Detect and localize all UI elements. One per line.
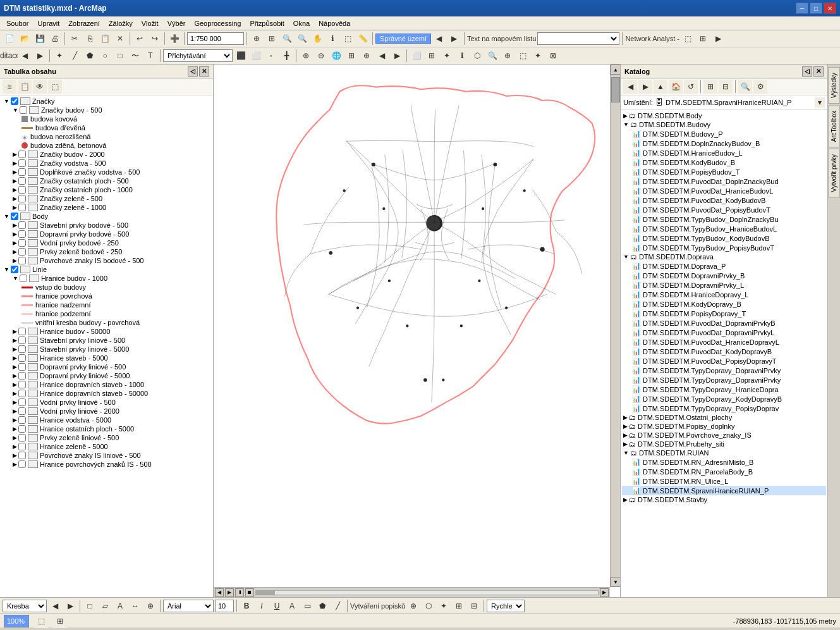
add-data-button[interactable]: ➕ — [167, 32, 181, 46]
catalog-item[interactable]: 📊DTM.SDEDTM.RN_AdresniMisto_B — [622, 457, 826, 467]
catalog-item[interactable]: 📊DTM.SDEDTM.HraniceBudov_L — [622, 148, 826, 158]
scroll-left-button[interactable]: ◀ — [215, 588, 224, 597]
tab-vysledky[interactable]: Výsledky — [828, 67, 840, 104]
menu-okna[interactable]: Okna — [289, 18, 313, 28]
cat-connect-btn[interactable]: ⊞ — [703, 80, 717, 94]
new-button[interactable]: 📄 — [3, 32, 16, 46]
toc-item[interactable]: ▶Prvky zeleně liniové - 500 — [1, 433, 212, 442]
toc-item[interactable]: ▶Hranice povrchových znaků IS - 500 — [1, 460, 212, 469]
tool-4[interactable]: ℹ — [455, 49, 469, 63]
tool-3[interactable]: ✦ — [440, 49, 454, 63]
toc-visibility-btn[interactable]: 👁 — [33, 80, 47, 94]
identify-button[interactable]: ℹ — [326, 32, 339, 46]
toc-item[interactable]: ▶Vodní prvky liniové - 500 — [1, 398, 212, 407]
draw-circle[interactable]: ○ — [98, 49, 112, 63]
toc-item[interactable]: ▶Stavební prvky liniové - 500 — [1, 336, 212, 345]
catalog-item[interactable]: 📊DTM.SDEDTM.TypyDopravy_DopravniPrvky — [622, 366, 826, 375]
toc-item[interactable]: budova kovová — [1, 114, 212, 123]
toc-item[interactable]: ▶Hranice vodstva - 5000 — [1, 416, 212, 424]
scroll-h-thumb[interactable] — [256, 591, 275, 595]
toc-item[interactable]: vstup do budovy — [1, 283, 212, 292]
toc-item[interactable]: ▶Doplňkové značky vodstva - 500 — [1, 168, 212, 176]
map-scrollbar-horizontal[interactable]: ◀ ▶ ⏸ ⏹ ▶ — [214, 587, 610, 597]
delete-button[interactable]: ✕ — [113, 32, 127, 46]
na-btn3[interactable]: ▶ — [711, 32, 725, 46]
catalog-item[interactable]: 📊DTM.SDEDTM.Doprava_P — [622, 261, 826, 271]
zoom-in-button[interactable]: 🔍 — [280, 32, 294, 46]
menu-zalozky[interactable]: Záložky — [105, 18, 137, 28]
catalog-item[interactable]: 📊DTM.SDEDTM.PuvodDat_HraniceBudovL — [622, 186, 826, 195]
edit-dropdown[interactable]: Editace ▾ — [3, 49, 16, 63]
catalog-item[interactable]: 📊DTM.SDEDTM.KodyBudov_B — [622, 158, 826, 167]
toc-item[interactable]: hranice nadzemní — [1, 300, 212, 309]
toc-item[interactable]: ▶Povrchové znaky IS liniové - 500 — [1, 451, 212, 460]
map-area[interactable]: ▲ ▼ ◀ ▶ ⏸ ⏹ ▶ — [214, 65, 620, 597]
italic-btn[interactable]: I — [255, 599, 269, 613]
kresba-btn2[interactable]: ▶ — [63, 599, 77, 613]
edit-prev[interactable]: ◀ — [18, 49, 32, 63]
font-select[interactable]: Arial — [163, 600, 214, 612]
draw-rect[interactable]: □ — [113, 49, 127, 63]
draw-tool-2[interactable]: ▱ — [98, 599, 112, 613]
toc-item[interactable]: ▼Značky budov - 500 — [1, 106, 212, 114]
catalog-item[interactable]: 📊DTM.SDEDTM.RN_ParcelaBody_B — [622, 467, 826, 476]
draw-text[interactable]: T — [143, 49, 157, 63]
cat-disconnect-btn[interactable]: ⊟ — [719, 80, 733, 94]
scale-input[interactable] — [187, 32, 244, 45]
catalog-item[interactable]: 📊DTM.SDEDTM.PuvodDat_KodyDopravyB — [622, 347, 826, 356]
fixed-zoom-in[interactable]: ⊕ — [360, 49, 374, 63]
tool-1[interactable]: ⬜ — [410, 49, 423, 63]
na-btn2[interactable]: ⊞ — [696, 32, 710, 46]
snap-btn1[interactable]: ⬛ — [234, 49, 248, 63]
edit-next[interactable]: ▶ — [33, 49, 47, 63]
toc-item[interactable]: ▶Dopravní prvky liniové - 500 — [1, 362, 212, 371]
toc-list-btn[interactable]: ≡ — [3, 80, 16, 94]
toc-item[interactable]: ▶Stavební prvky liniové - 5000 — [1, 345, 212, 354]
map-text-select[interactable] — [537, 32, 619, 45]
toc-item[interactable]: ▶Hranice dopravních staveb - 50000 — [1, 389, 212, 398]
toc-item[interactable]: ▶Značky ostatních ploch - 500 — [1, 176, 212, 185]
toc-item[interactable]: ▶Značky ostatních ploch - 1000 — [1, 185, 212, 194]
fill-color-btn[interactable]: ⬟ — [315, 599, 329, 613]
catalog-item[interactable]: 📊DTM.SDEDTM.PuvodDat_KodyBudovB — [622, 195, 826, 205]
location-dropdown-btn[interactable]: ▾ — [815, 97, 825, 108]
scroll-play-button[interactable]: ▶ — [225, 588, 234, 597]
cat-search-btn[interactable]: 🔍 — [738, 80, 752, 94]
menu-soubor[interactable]: Soubor — [3, 18, 32, 28]
toc-item[interactable]: ▶Hranice dopravních staveb - 1000 — [1, 380, 212, 389]
catalog-item[interactable]: 📊DTM.SDEDTM.DopravniPrvky_L — [622, 280, 826, 290]
catalog-item[interactable]: ▶🗂DTM.SDEDTM.Body — [622, 111, 826, 120]
draw-line[interactable]: ╱ — [68, 49, 82, 63]
tool-6[interactable]: 🔍 — [485, 49, 499, 63]
speed-select[interactable]: Rychle — [487, 600, 525, 612]
toc-item[interactable]: budova zděná, betonová — [1, 141, 212, 150]
tool-9[interactable]: ✦ — [531, 49, 545, 63]
scroll-right-button[interactable]: ▶ — [600, 588, 609, 597]
draw-poly[interactable]: ⬟ — [83, 49, 97, 63]
select-button[interactable]: ⬚ — [341, 32, 355, 46]
toc-item[interactable]: vnitřní kresba budovy - povrchová — [1, 318, 212, 327]
undo-button[interactable]: ↩ — [133, 32, 147, 46]
draw-tool-4[interactable]: ↔ — [128, 599, 142, 613]
catalog-item[interactable]: 📊DTM.SDEDTM.TypyBudov_DoplnZnackyBu — [622, 214, 826, 224]
toc-item[interactable]: ▶Hranice budov - 50000 — [1, 327, 212, 336]
catalog-item[interactable]: ▶🗂DTM.SDEDTM.Povrchove_znaky_IS — [622, 431, 826, 440]
catalog-item[interactable]: ▶🗂DTM.SDEDTM.Popisy_doplnky — [622, 422, 826, 431]
status-btn2[interactable]: ⊞ — [53, 614, 67, 628]
menu-vyber[interactable]: Výběr — [164, 18, 190, 28]
toc-item[interactable]: ▶Hranice staveb - 5000 — [1, 354, 212, 362]
snap-btn4[interactable]: ╋ — [279, 49, 293, 63]
catalog-item[interactable]: 📊DTM.SDEDTM.DopravniPrvky_B — [622, 271, 826, 280]
catalog-item[interactable]: 📊DTM.SDEDTM.TypyDopravy_DopravniPrvky — [622, 375, 826, 385]
draw-tool-5[interactable]: ⊕ — [143, 599, 157, 613]
catalog-item[interactable]: 📊DTM.SDEDTM.HraniceDopravy_L — [622, 290, 826, 299]
catalog-item[interactable]: 📊DTM.SDEDTM.TypyBudov_PopisyBudovT — [622, 243, 826, 252]
zoom-layer-button[interactable]: ⊞ — [265, 32, 279, 46]
popisy-btn3[interactable]: ✦ — [437, 599, 451, 613]
full-extent2[interactable]: ⊞ — [344, 49, 358, 63]
catalog-item[interactable]: 📊DTM.SDEDTM.KodyDopravy_B — [622, 299, 826, 309]
open-button[interactable]: 📂 — [18, 32, 32, 46]
tool-10[interactable]: ⊠ — [546, 49, 560, 63]
cat-home-btn[interactable]: 🏠 — [669, 80, 683, 94]
paste-button[interactable]: 📋 — [98, 32, 112, 46]
